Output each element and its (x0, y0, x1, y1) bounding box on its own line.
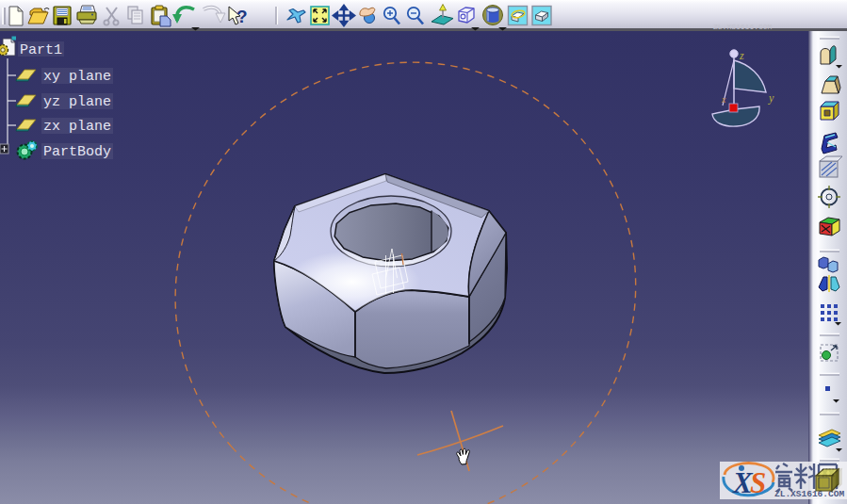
svg-text:?: ? (236, 7, 248, 26)
svg-text:Part1: Part1 (20, 42, 62, 58)
svg-text:S: S (750, 466, 766, 499)
svg-text:PartBody: PartBody (43, 144, 111, 160)
svg-text:y: y (768, 91, 774, 105)
svg-text:yz plane: yz plane (43, 94, 111, 110)
svg-text:x: x (721, 94, 726, 105)
svg-text:zx plane: zx plane (43, 119, 111, 135)
svg-text:ZL.XS1616.COM: ZL.XS1616.COM (713, 23, 773, 31)
svg-text:z: z (739, 49, 744, 62)
svg-text:xy plane: xy plane (43, 69, 111, 85)
svg-text:ZL.XS1616.COM: ZL.XS1616.COM (774, 489, 844, 499)
